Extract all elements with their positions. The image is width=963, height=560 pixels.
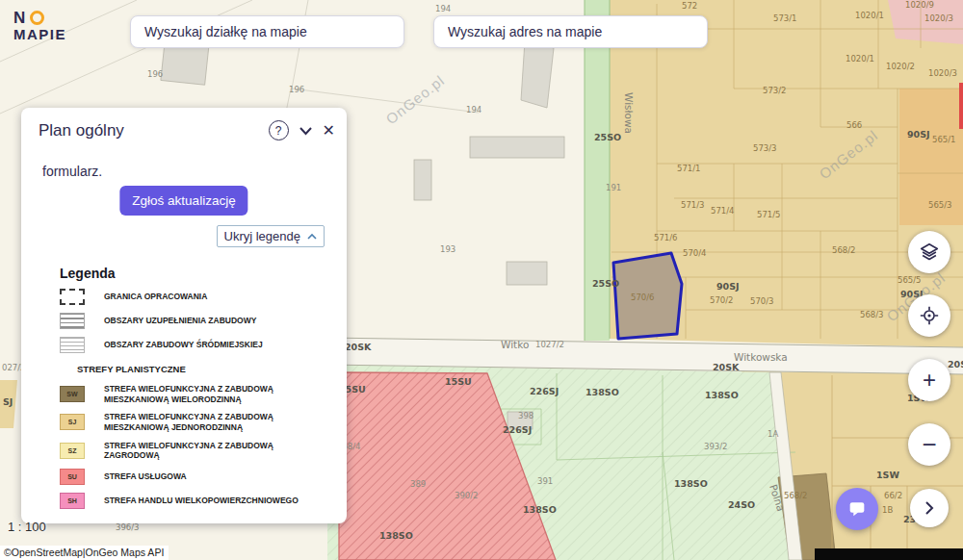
hide-legend-button[interactable]: Ukryj legendę [217,225,325,247]
logo-dot-icon [30,11,44,25]
chevron-up-icon [307,233,317,241]
legend-item: SUSTREFA USŁUGOWA [60,469,333,485]
legend-swatch-dashed [60,289,85,305]
legend-swatch-sz: SZ [60,443,85,459]
legend-item: SZSTREFA WIELOFUNKCYJNA Z ZABUDOWĄ ZAGRO… [60,441,333,461]
legend-swatch-stripes [60,313,85,329]
panel-body-text: formularz. [42,164,102,179]
hide-legend-label: Ukryj legendę [224,229,301,243]
panel-title: Plan ogólny [39,121,124,140]
legend-section-heading: STREFY PLANISTYCZNE [77,364,333,374]
chevron-right-icon [924,500,935,516]
legend-item: SHSTREFA HANDLU WIELKOPOWIERZCHNIOWEGO [60,493,333,509]
legend-swatch-su: SU [60,469,85,485]
help-button[interactable]: ? [269,120,289,140]
zoom-out-button[interactable]: − [908,423,950,466]
legend-item: SJSTREFA WIELOFUNKCYJNA Z ZABUDOWĄ MIESZ… [60,412,333,432]
app-root: 194196196194193572573/11020/11020/91020/… [0,0,963,560]
legend-swatch-stripes2 [60,337,85,353]
building [414,160,431,200]
legend-swatch-sw: SW [60,386,85,402]
app-logo[interactable]: N MAPIE [13,10,66,42]
legend-list: GRANICA OPRACOWANIAOBSZARY UZUPEŁNIENIA … [60,289,333,509]
plan-panel-header: Plan ogólny ? ✕ [39,120,335,140]
unloaded-tile [815,548,963,560]
map-attribution: ©OpenStreetMap|OnGeo Maps API [0,546,169,560]
legend-item-label: OBSZARY ZABUDOWY ŚRÓDMIEJSKIEJ [104,340,263,350]
legend-item: GRANICA OPRACOWANIA [60,289,333,305]
map-scale: 1 : 100 [8,520,46,534]
legend-item-label: STREFA WIELOFUNKCYJNA Z ZABUDOWĄ MIESZKA… [104,412,301,432]
locate-button[interactable] [908,294,950,337]
building [508,412,533,429]
chat-button[interactable] [836,488,878,530]
legend-item: OBSZARY UZUPEŁNIENIA ZABUDOWY [60,313,333,329]
legend-item-label: STREFA USŁUGOWA [104,471,187,482]
legend-swatch-sj: SJ [60,414,85,430]
legend-item-label: STREFA WIELOFUNKCYJNA Z ZABUDOWĄ ZAGRODO… [104,441,301,461]
plan-panel: Plan ogólny ? ✕ formularz. Zgłoś aktuali… [21,108,347,523]
road-red-mark [959,83,963,129]
legend-item-label: OBSZARY UZUPEŁNIENIA ZABUDOWY [104,316,256,326]
selected-parcel[interactable] [613,253,682,339]
legend-swatch-sh: SH [60,493,85,509]
minus-icon: − [922,430,936,460]
plus-icon: + [923,367,936,394]
building [470,137,564,158]
sidebar-toggle-button[interactable] [910,489,949,527]
report-update-button[interactable]: Zgłoś aktualizację [119,186,247,216]
search-parcel-input[interactable] [130,15,404,48]
help-icon: ? [269,120,289,140]
legend-heading: Legenda [60,266,116,281]
logo-text-line1: N [13,10,27,27]
chevron-down-icon [299,126,313,136]
zone-pink-corner [888,0,963,44]
layers-button[interactable] [908,231,950,273]
legend-item-label: STREFA HANDLU WIELKOPOWIERZCHNIOWEGO [104,496,299,506]
legend-item: OBSZARY ZABUDOWY ŚRÓDMIEJSKIEJ [60,337,333,353]
zone-orange-block [899,89,963,225]
zoom-in-button[interactable]: + [908,359,950,401]
legend-item-label: GRANICA OPRACOWANIA [104,292,207,302]
legend-item: SWSTREFA WIELOFUNKCYJNA Z ZABUDOWĄ MIESZ… [60,384,333,404]
collapse-panel-button[interactable] [299,126,313,136]
layers-icon [919,242,940,263]
locate-icon [919,305,940,326]
close-panel-button[interactable]: ✕ [323,121,335,140]
chat-icon [846,498,868,520]
logo-text-line2: MAPIE [13,27,66,42]
search-address-input[interactable] [433,15,708,48]
building [507,262,547,285]
street-wislowa [585,0,610,341]
close-icon: ✕ [323,121,335,140]
legend-item-label: STREFA WIELOFUNKCYJNA Z ZABUDOWĄ MIESZKA… [104,384,301,404]
